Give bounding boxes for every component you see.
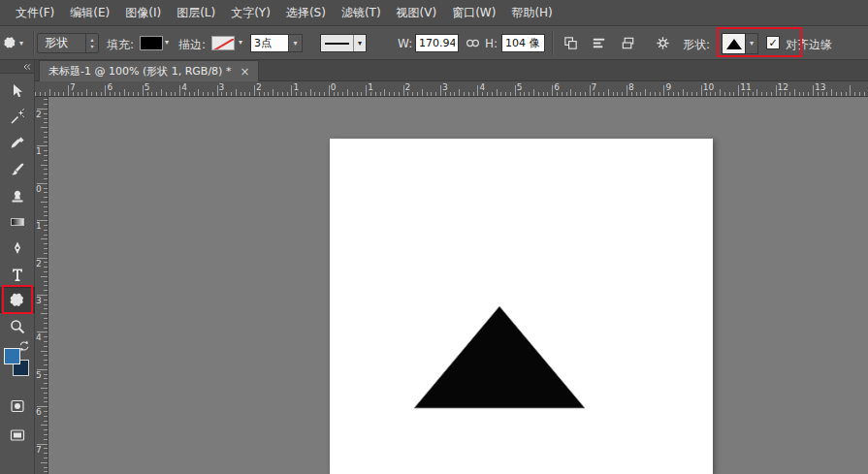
- ruler-number: 0: [36, 184, 42, 194]
- move-tool[interactable]: [0, 78, 35, 104]
- path-alignment-button[interactable]: [588, 33, 609, 53]
- ruler-tick: [477, 85, 478, 96]
- geometry-options-button[interactable]: [652, 33, 673, 53]
- path-arrangement-button[interactable]: [617, 33, 638, 53]
- menu-item-window[interactable]: 窗口(W): [444, 0, 503, 26]
- ruler-tick: [44, 160, 48, 161]
- ruler-tick: [570, 89, 571, 96]
- tool-mode-select[interactable]: 形状 ▴▾: [37, 33, 99, 53]
- ruler-tick: [156, 92, 157, 96]
- ruler-tick: [44, 411, 48, 412]
- menu-item-type[interactable]: 文字(Y): [223, 0, 278, 26]
- clone-stamp-tool[interactable]: [0, 182, 35, 208]
- ruler-tick: [91, 92, 92, 96]
- ruler-tick: [296, 92, 297, 96]
- ruler-tick: [44, 104, 48, 105]
- ruler-number: 5: [517, 82, 523, 92]
- ruler-tick: [44, 401, 48, 402]
- menu-item-select[interactable]: 选择(S): [278, 0, 334, 26]
- quick-mask-button[interactable]: [9, 397, 26, 415]
- link-dimensions-icon[interactable]: [465, 35, 481, 51]
- gradient-tool[interactable]: [0, 208, 35, 235]
- fill-color-swatch[interactable]: [140, 36, 163, 50]
- divider: [33, 31, 34, 55]
- vertical-ruler[interactable]: 21012345678: [35, 97, 48, 474]
- ruler-tick: [738, 85, 739, 96]
- ruler-number: 12: [778, 82, 788, 92]
- screen-mode-button[interactable]: [9, 427, 26, 444]
- ruler-tick: [44, 364, 48, 365]
- ruler-tick: [543, 92, 544, 96]
- ruler-tick: [361, 92, 362, 96]
- ruler-tick: [557, 92, 558, 96]
- close-tab-icon[interactable]: ×: [240, 66, 249, 78]
- ruler-tick: [44, 150, 48, 151]
- menu-item-layer[interactable]: 图层(L): [169, 0, 223, 26]
- ruler-tick: [533, 89, 534, 96]
- ruler-tick: [44, 374, 48, 375]
- menu-item-filter[interactable]: 滤镜(T): [334, 0, 389, 26]
- triangle-shape[interactable]: [414, 306, 585, 408]
- collapse-panel-button[interactable]: [0, 60, 34, 74]
- ruler-tick: [598, 92, 599, 96]
- foreground-color-swatch[interactable]: [4, 348, 20, 364]
- ruler-tick: [41, 127, 48, 128]
- tool-preset-dropdown[interactable]: ▾: [3, 33, 32, 53]
- ruler-tick: [212, 92, 213, 96]
- menu-item-file[interactable]: 文件(F): [8, 0, 62, 26]
- align-edges-checkbox[interactable]: ✓: [766, 36, 780, 49]
- width-input[interactable]: [415, 34, 459, 52]
- shape-picker-dropdown[interactable]: ▾: [722, 33, 758, 54]
- horizontal-ruler[interactable]: 7654321012345678910111213: [35, 81, 868, 97]
- document-tab[interactable]: 未标题-1 @ 100% (形状 1, RGB/8) * ×: [39, 60, 259, 81]
- ruler-tick: [44, 346, 48, 347]
- stroke-width-input[interactable]: [250, 34, 289, 52]
- ruler-tick: [310, 89, 311, 96]
- ruler-tick: [846, 92, 847, 96]
- ruler-tick: [44, 243, 48, 244]
- chevron-down-icon[interactable]: ▾: [239, 39, 242, 47]
- chevron-down-icon[interactable]: ▾: [165, 39, 169, 47]
- ruler-tick: [505, 92, 506, 96]
- ruler-tick: [44, 458, 48, 458]
- ruler-tick: [435, 92, 436, 96]
- magic-wand-tool[interactable]: [0, 104, 35, 130]
- pasteboard[interactable]: [48, 97, 868, 474]
- brush-tool[interactable]: [0, 156, 35, 182]
- ruler-tick: [44, 178, 48, 179]
- type-tool[interactable]: [0, 261, 35, 287]
- ruler-number: 2: [256, 82, 262, 92]
- menu-item-view[interactable]: 视图(V): [389, 0, 445, 26]
- menu-item-image[interactable]: 图像(I): [117, 0, 169, 26]
- ruler-tick: [627, 85, 627, 96]
- eyedropper-tool[interactable]: [0, 130, 35, 156]
- ruler-tick: [608, 89, 609, 96]
- ruler-tick: [226, 92, 227, 96]
- pen-tool[interactable]: [0, 235, 35, 261]
- ruler-tick: [497, 89, 498, 96]
- ruler-tick: [370, 92, 371, 96]
- menu-item-help[interactable]: 帮助(H): [503, 0, 560, 26]
- ruler-number: 4: [36, 332, 42, 342]
- document-canvas[interactable]: [330, 139, 713, 474]
- ruler-tick: [515, 85, 516, 96]
- collapse-arrows-icon: [20, 61, 32, 73]
- ruler-tick: [776, 85, 777, 96]
- ruler-tick: [41, 202, 48, 203]
- zoom-tool[interactable]: [0, 313, 35, 339]
- custom-shape-tool[interactable]: [0, 287, 35, 313]
- ruler-number: 2: [405, 82, 411, 92]
- ruler-tick: [171, 92, 172, 96]
- stroke-style-dropdown[interactable]: ▾: [320, 34, 367, 52]
- stroke-width-dropdown[interactable]: ▾: [288, 34, 303, 52]
- menu-item-edit[interactable]: 编辑(E): [62, 0, 117, 26]
- ruler-tick: [44, 211, 48, 212]
- height-input[interactable]: [501, 34, 545, 52]
- stroke-color-swatch[interactable]: [211, 36, 235, 50]
- ruler-tick: [324, 92, 325, 96]
- path-operations-button[interactable]: [560, 33, 581, 53]
- ruler-tick: [254, 85, 255, 96]
- ruler-tick: [44, 393, 48, 394]
- ruler-tick: [44, 281, 48, 282]
- ruler-tick: [482, 92, 483, 96]
